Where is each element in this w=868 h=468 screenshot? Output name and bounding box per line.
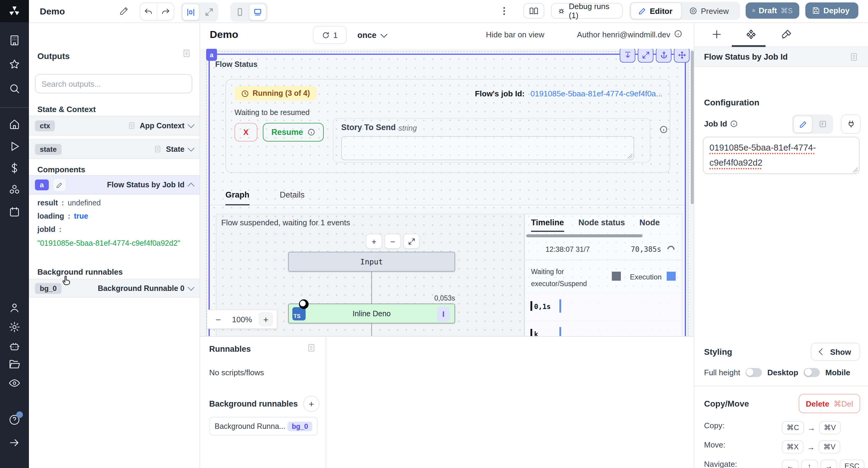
bg-runnable-row[interactable]: bg_0 Background Runnable 0 (29, 279, 199, 298)
story-textarea[interactable] (341, 136, 634, 160)
copy-shortcut-row: Copy: ⌘C→⌘V (704, 421, 860, 437)
flow-status-component[interactable]: a Flow Status Running (3 of 4) Flow's jo… (209, 54, 686, 336)
windmill-logo[interactable] (0, 0, 29, 22)
fit-view-icon[interactable] (403, 234, 420, 249)
tab-details[interactable]: Details (280, 190, 305, 204)
move-icon[interactable] (674, 49, 689, 63)
tab-timeline[interactable]: Timeline (531, 218, 564, 232)
calendar-icon[interactable] (8, 206, 21, 218)
component-id-badge: a (35, 179, 49, 190)
full-height-toggle[interactable] (746, 368, 762, 377)
waiting-color-swatch (612, 272, 621, 281)
info-icon[interactable] (674, 30, 682, 38)
job-id-textarea[interactable]: 0191085e-5baa-81ef-4774- c9ef4f0a92d2 (703, 137, 860, 174)
panel-collapse-icon[interactable] (182, 49, 191, 58)
eye-icon[interactable] (8, 377, 21, 389)
add-component-tab[interactable] (711, 29, 722, 40)
zoom-in-button[interactable]: + (258, 312, 273, 327)
rename-pencil-icon[interactable] (119, 6, 129, 16)
kebab-menu[interactable]: ⋮ (500, 5, 509, 16)
docs-book-button[interactable] (523, 3, 544, 19)
anchor-icon[interactable] (656, 49, 672, 63)
styling-tab[interactable] (781, 29, 792, 40)
ctx-row[interactable]: ctx App Context (29, 115, 199, 136)
chevron-up-icon[interactable] (188, 183, 195, 190)
function-mode-icon[interactable] (814, 116, 832, 132)
debug-runs-button[interactable]: Debug runs (1) (551, 3, 623, 19)
help-icon[interactable] (8, 414, 21, 426)
components-heading: Components (37, 165, 85, 174)
resize-handle[interactable] (853, 167, 858, 172)
gear-icon[interactable] (8, 321, 21, 333)
legend-waiting-label: Waiting for executor/Suspend (531, 266, 591, 290)
zoom-in-icon[interactable]: + (366, 234, 382, 249)
desktop-view-button[interactable] (249, 4, 267, 21)
graph-edge (371, 324, 372, 336)
chevron-down-icon[interactable] (188, 121, 195, 128)
expand-down-icon[interactable] (620, 49, 635, 63)
user-icon[interactable] (8, 302, 21, 314)
center-layout-button[interactable] (182, 4, 199, 21)
start-timestamp: 12:38:07 31/7 (546, 245, 590, 254)
connect-plug-icon[interactable] (841, 114, 861, 134)
star-icon[interactable] (8, 59, 21, 70)
edit-id-pencil-icon[interactable] (53, 179, 65, 191)
mobile-view-button[interactable] (231, 4, 248, 20)
bar-duration-partial: k (534, 330, 538, 336)
tab-node-def[interactable]: Node (640, 218, 660, 232)
bg-runnable-item[interactable]: Background Runna... bg_0 (209, 417, 318, 435)
arrow-right-icon[interactable] (8, 437, 21, 449)
cubes-icon[interactable] (8, 184, 21, 196)
running-status-text: Running (3 of 4) (253, 89, 310, 98)
fullscreen-layout-button[interactable] (201, 4, 217, 20)
timeline-panel: Timeline Node status Node 12:38:07 31/7 … (524, 214, 682, 336)
component-row-flow-status[interactable]: a Flow Status by Job Id (29, 175, 199, 195)
maximize-icon[interactable] (638, 49, 653, 63)
layout-toggle-group (181, 2, 218, 22)
component-settings-tab[interactable] (746, 29, 756, 40)
tab-graph[interactable]: Graph (225, 190, 250, 205)
chevron-down-icon[interactable] (188, 145, 195, 152)
schedule-dropdown[interactable]: once (352, 26, 391, 44)
deploy-button[interactable]: Deploy (805, 2, 858, 19)
editor-tab[interactable]: Editor (630, 2, 682, 19)
timeline-tabs: Timeline Node status Node (531, 218, 660, 232)
delete-button[interactable]: Delete ⌘Del (799, 394, 860, 413)
undo-button[interactable] (141, 4, 157, 19)
runnables-panel: Runnables No scripts/flows Background ru… (199, 337, 326, 468)
building-icon[interactable] (8, 34, 21, 46)
show-styling-button[interactable]: Show (811, 343, 860, 361)
search-icon[interactable] (8, 82, 21, 95)
add-runnable-button[interactable]: + (303, 396, 319, 412)
dollar-icon[interactable] (8, 162, 21, 174)
zoom-out-icon[interactable]: − (384, 234, 401, 249)
state-row[interactable]: state State (29, 139, 199, 159)
job-id-link[interactable]: 0191085e-5baa-81ef-4774-c9ef4f0a... (530, 89, 662, 98)
draft-button[interactable]: Draft ⌘S (746, 2, 799, 19)
resize-handle[interactable] (627, 154, 632, 158)
robot-icon[interactable] (8, 340, 21, 353)
search-outputs-input[interactable]: Search outputs... (35, 74, 192, 93)
desktop-toggle[interactable] (804, 368, 820, 377)
input-mode-toggle (792, 114, 833, 134)
app-canvas[interactable]: a Flow Status Running (3 of 4) Flow's jo… (199, 49, 694, 336)
graph-node-input[interactable]: Input (288, 252, 455, 272)
chevron-down-icon[interactable] (188, 284, 195, 291)
play-icon[interactable] (8, 140, 21, 153)
folder-icon[interactable] (8, 358, 21, 370)
static-mode-pencil-icon[interactable] (793, 115, 812, 133)
cancel-button[interactable]: X (235, 123, 257, 141)
docs-icon[interactable] (849, 52, 858, 61)
redo-button[interactable] (157, 4, 174, 19)
tab-node-status[interactable]: Node status (578, 218, 625, 232)
resume-button[interactable]: Resume (263, 123, 324, 141)
refresh-count-button[interactable]: 1 (313, 26, 347, 44)
graph-node-inline-deno[interactable]: TS Inline Deno I (288, 304, 455, 324)
zoom-out-button[interactable]: − (211, 312, 225, 327)
info-icon[interactable] (659, 125, 668, 134)
canvas-scrollbar[interactable] (691, 51, 694, 204)
preview-tab[interactable]: Preview (682, 3, 739, 19)
panel-collapse-icon[interactable] (307, 343, 316, 353)
tabs-scrollbar[interactable] (526, 234, 643, 237)
home-icon[interactable] (8, 118, 21, 130)
